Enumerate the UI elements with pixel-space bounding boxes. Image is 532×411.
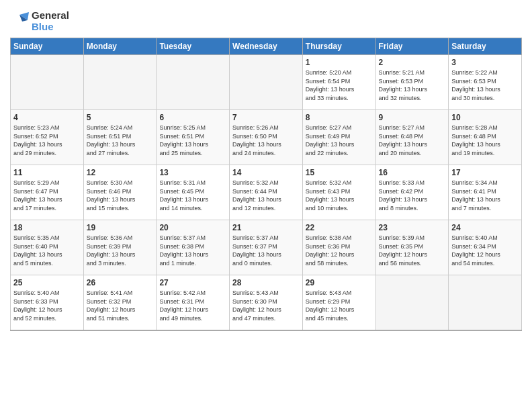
calendar-day-cell: 10Sunrise: 5:28 AM Sunset: 6:48 PM Dayli…	[449, 110, 522, 165]
day-number: 4	[13, 113, 81, 122]
calendar-day-cell	[449, 275, 522, 330]
calendar-day-cell	[11, 55, 84, 110]
day-number: 26	[87, 278, 154, 287]
day-info: Sunrise: 5:26 AM Sunset: 6:50 PM Dayligh…	[232, 124, 300, 157]
day-info: Sunrise: 5:43 AM Sunset: 6:29 PM Dayligh…	[306, 289, 373, 322]
calendar-day-cell: 21Sunrise: 5:37 AM Sunset: 6:37 PM Dayli…	[230, 220, 303, 275]
day-number: 21	[232, 223, 300, 232]
day-number: 10	[451, 113, 519, 122]
day-number: 13	[159, 168, 226, 177]
day-info: Sunrise: 5:32 AM Sunset: 6:43 PM Dayligh…	[306, 179, 373, 212]
day-info: Sunrise: 5:27 AM Sunset: 6:48 PM Dayligh…	[379, 124, 446, 157]
calendar-day-cell: 5Sunrise: 5:24 AM Sunset: 6:51 PM Daylig…	[83, 110, 157, 165]
calendar-day-cell: 23Sunrise: 5:39 AM Sunset: 6:35 PM Dayli…	[375, 220, 449, 275]
calendar-day-cell: 1Sunrise: 5:20 AM Sunset: 6:54 PM Daylig…	[302, 55, 375, 110]
calendar-day-cell: 27Sunrise: 5:42 AM Sunset: 6:31 PM Dayli…	[157, 275, 230, 330]
calendar-week-row: 25Sunrise: 5:40 AM Sunset: 6:33 PM Dayli…	[11, 275, 522, 330]
calendar-day-cell: 17Sunrise: 5:34 AM Sunset: 6:41 PM Dayli…	[449, 165, 522, 220]
day-info: Sunrise: 5:25 AM Sunset: 6:51 PM Dayligh…	[159, 124, 226, 157]
day-info: Sunrise: 5:41 AM Sunset: 6:32 PM Dayligh…	[87, 289, 154, 322]
calendar-table: SundayMondayTuesdayWednesdayThursdayFrid…	[10, 38, 522, 331]
day-number: 5	[87, 113, 154, 122]
day-info: Sunrise: 5:42 AM Sunset: 6:31 PM Dayligh…	[159, 289, 226, 322]
day-info: Sunrise: 5:33 AM Sunset: 6:42 PM Dayligh…	[379, 179, 446, 212]
calendar-day-cell: 8Sunrise: 5:27 AM Sunset: 6:49 PM Daylig…	[302, 110, 375, 165]
weekday-header: Wednesday	[230, 38, 303, 55]
day-info: Sunrise: 5:27 AM Sunset: 6:49 PM Dayligh…	[306, 124, 373, 157]
day-number: 27	[159, 278, 226, 287]
day-info: Sunrise: 5:43 AM Sunset: 6:30 PM Dayligh…	[232, 289, 300, 322]
calendar-day-cell: 12Sunrise: 5:30 AM Sunset: 6:46 PM Dayli…	[83, 165, 157, 220]
day-number: 6	[159, 113, 226, 122]
day-number: 7	[232, 113, 300, 122]
calendar-day-cell: 3Sunrise: 5:22 AM Sunset: 6:53 PM Daylig…	[449, 55, 522, 110]
day-number: 3	[451, 58, 519, 67]
day-info: Sunrise: 5:36 AM Sunset: 6:39 PM Dayligh…	[87, 234, 154, 267]
calendar-day-cell: 22Sunrise: 5:38 AM Sunset: 6:36 PM Dayli…	[302, 220, 375, 275]
day-number: 28	[232, 278, 300, 287]
day-number: 17	[451, 168, 519, 177]
day-info: Sunrise: 5:32 AM Sunset: 6:44 PM Dayligh…	[232, 179, 300, 212]
day-number: 14	[232, 168, 300, 177]
day-info: Sunrise: 5:40 AM Sunset: 6:33 PM Dayligh…	[13, 289, 81, 322]
page-header: General Blue	[10, 7, 522, 32]
calendar-day-cell: 29Sunrise: 5:43 AM Sunset: 6:29 PM Dayli…	[302, 275, 375, 330]
calendar-day-cell: 20Sunrise: 5:37 AM Sunset: 6:38 PM Dayli…	[157, 220, 230, 275]
day-number: 9	[379, 113, 446, 122]
calendar-day-cell: 15Sunrise: 5:32 AM Sunset: 6:43 PM Dayli…	[302, 165, 375, 220]
day-info: Sunrise: 5:22 AM Sunset: 6:53 PM Dayligh…	[451, 68, 519, 102]
day-number: 16	[379, 168, 446, 177]
calendar-day-cell: 2Sunrise: 5:21 AM Sunset: 6:53 PM Daylig…	[375, 55, 449, 110]
logo: General Blue	[10, 10, 69, 32]
calendar-header-row: SundayMondayTuesdayWednesdayThursdayFrid…	[11, 38, 522, 55]
calendar-day-cell: 16Sunrise: 5:33 AM Sunset: 6:42 PM Dayli…	[375, 165, 449, 220]
day-number: 8	[306, 113, 373, 122]
calendar-day-cell	[375, 275, 449, 330]
calendar-day-cell: 26Sunrise: 5:41 AM Sunset: 6:32 PM Dayli…	[83, 275, 157, 330]
weekday-header: Friday	[375, 38, 449, 55]
logo-text-general: General	[32, 10, 69, 21]
day-info: Sunrise: 5:40 AM Sunset: 6:34 PM Dayligh…	[451, 234, 519, 267]
calendar-day-cell: 11Sunrise: 5:29 AM Sunset: 6:47 PM Dayli…	[11, 165, 84, 220]
day-number: 23	[379, 223, 446, 232]
day-number: 2	[379, 58, 446, 67]
day-info: Sunrise: 5:38 AM Sunset: 6:36 PM Dayligh…	[306, 234, 373, 267]
day-number: 20	[159, 223, 226, 232]
weekday-header: Sunday	[11, 38, 84, 55]
day-number: 15	[306, 168, 373, 177]
calendar-day-cell: 19Sunrise: 5:36 AM Sunset: 6:39 PM Dayli…	[83, 220, 157, 275]
calendar-day-cell: 25Sunrise: 5:40 AM Sunset: 6:33 PM Dayli…	[11, 275, 84, 330]
calendar-week-row: 11Sunrise: 5:29 AM Sunset: 6:47 PM Dayli…	[11, 165, 522, 220]
calendar-week-row: 4Sunrise: 5:23 AM Sunset: 6:52 PM Daylig…	[11, 110, 522, 165]
calendar-day-cell: 9Sunrise: 5:27 AM Sunset: 6:48 PM Daylig…	[375, 110, 449, 165]
calendar-day-cell: 24Sunrise: 5:40 AM Sunset: 6:34 PM Dayli…	[449, 220, 522, 275]
day-info: Sunrise: 5:31 AM Sunset: 6:45 PM Dayligh…	[159, 179, 226, 212]
day-number: 29	[306, 278, 373, 287]
day-info: Sunrise: 5:24 AM Sunset: 6:51 PM Dayligh…	[87, 124, 154, 157]
day-number: 11	[13, 168, 81, 177]
day-info: Sunrise: 5:39 AM Sunset: 6:35 PM Dayligh…	[379, 234, 446, 267]
day-number: 24	[451, 223, 519, 232]
weekday-header: Monday	[83, 38, 157, 55]
day-number: 1	[306, 58, 373, 67]
day-info: Sunrise: 5:35 AM Sunset: 6:40 PM Dayligh…	[13, 234, 81, 267]
weekday-header: Tuesday	[157, 38, 230, 55]
weekday-header: Saturday	[449, 38, 522, 55]
day-info: Sunrise: 5:21 AM Sunset: 6:53 PM Dayligh…	[379, 68, 446, 102]
logo-text-blue: Blue	[32, 21, 69, 33]
day-info: Sunrise: 5:23 AM Sunset: 6:52 PM Dayligh…	[13, 124, 81, 157]
calendar-week-row: 18Sunrise: 5:35 AM Sunset: 6:40 PM Dayli…	[11, 220, 522, 275]
day-info: Sunrise: 5:28 AM Sunset: 6:48 PM Dayligh…	[451, 124, 519, 157]
logo-bird-icon	[10, 12, 29, 31]
day-number: 12	[87, 168, 154, 177]
calendar-day-cell: 6Sunrise: 5:25 AM Sunset: 6:51 PM Daylig…	[157, 110, 230, 165]
day-info: Sunrise: 5:37 AM Sunset: 6:38 PM Dayligh…	[159, 234, 226, 267]
day-info: Sunrise: 5:20 AM Sunset: 6:54 PM Dayligh…	[306, 68, 373, 102]
day-info: Sunrise: 5:37 AM Sunset: 6:37 PM Dayligh…	[232, 234, 300, 267]
day-number: 19	[87, 223, 154, 232]
calendar-day-cell: 18Sunrise: 5:35 AM Sunset: 6:40 PM Dayli…	[11, 220, 84, 275]
day-info: Sunrise: 5:29 AM Sunset: 6:47 PM Dayligh…	[13, 179, 81, 212]
calendar-day-cell: 14Sunrise: 5:32 AM Sunset: 6:44 PM Dayli…	[230, 165, 303, 220]
calendar-day-cell	[157, 55, 230, 110]
calendar-day-cell: 28Sunrise: 5:43 AM Sunset: 6:30 PM Dayli…	[230, 275, 303, 330]
